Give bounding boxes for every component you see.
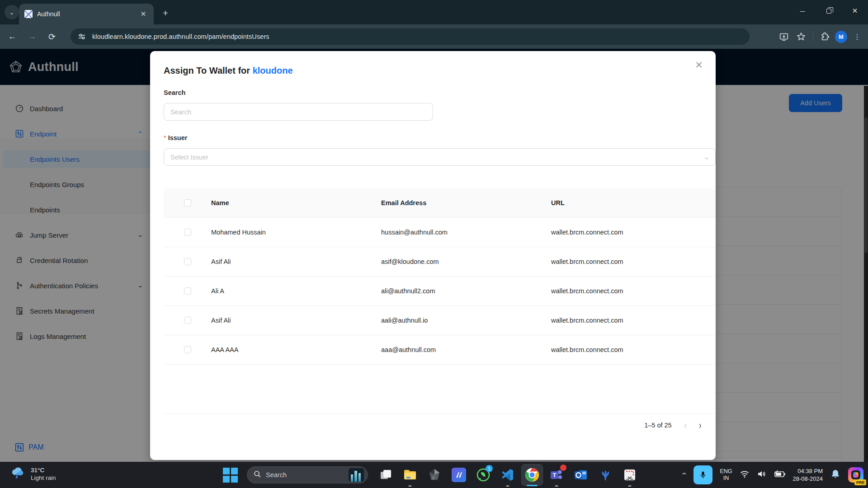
wifi-icon[interactable] — [740, 469, 750, 481]
select-chevron-down-icon: ⌄ — [703, 154, 710, 160]
required-asterisk: * — [164, 134, 166, 141]
hidden-icons-chevron[interactable]: ⌃ — [680, 472, 688, 479]
snipping-tool-icon[interactable] — [622, 467, 637, 483]
url-bar[interactable]: kloudlearn.kloudone.prod.authnull.com/pa… — [71, 28, 750, 45]
table-header-row: Name Email Address URL — [164, 188, 716, 218]
row-checkbox[interactable] — [184, 258, 191, 265]
table-row: Asif Ali asif@kloudone.com wallet.brcm.c… — [164, 247, 716, 277]
tab-title: Authnull — [37, 10, 134, 18]
modal-close-icon[interactable]: ✕ — [692, 58, 706, 72]
row-checkbox[interactable] — [184, 287, 191, 295]
whatsapp-icon[interactable]: 1 — [476, 467, 491, 483]
clock[interactable]: 04:38 PM 28-08-2024 — [793, 467, 823, 483]
search-icon — [254, 470, 261, 480]
window-controls: ─ ✕ — [789, 0, 868, 22]
vscode-icon[interactable] — [500, 467, 515, 483]
issuer-placeholder: Select Issuer — [170, 154, 208, 161]
browser-tabstrip: ⌄ Authnull ✕ + ─ ✕ — [0, 0, 868, 24]
browser-profile-avatar[interactable]: M — [835, 31, 847, 43]
modal-title: Assign To Wallet for kloudone — [164, 66, 293, 76]
toolbar-actions: M ⋮ — [777, 28, 864, 45]
task-view-icon[interactable] — [378, 467, 393, 483]
window-minimize-button[interactable]: ─ — [789, 0, 816, 22]
table-row: AAA AAA aaa@authnull.com wallet.brcm.con… — [164, 335, 716, 365]
outlook-icon[interactable] — [573, 467, 589, 483]
url-text: kloudlearn.kloudone.prod.authnull.com/pa… — [92, 33, 269, 40]
tray-date: 28-08-2024 — [793, 475, 823, 483]
language-indicator[interactable]: ENGIN — [720, 468, 732, 482]
search-input[interactable] — [164, 103, 433, 121]
weather-widget[interactable]: 31°C Light rain — [10, 465, 56, 483]
table-row: Mohamed Hussain hussain@authnull.com wal… — [164, 218, 716, 247]
teams-icon[interactable]: T — [549, 467, 564, 483]
table-row: Asif Ali aali@authnull.io wallet.brcm.co… — [164, 306, 716, 335]
assign-wallet-modal: ✕ Assign To Wallet for kloudone Search *… — [150, 51, 716, 460]
volume-icon[interactable] — [757, 469, 767, 481]
search-label: Search — [164, 89, 185, 96]
row-checkbox[interactable] — [184, 317, 191, 324]
m-gradient-app-icon[interactable] — [451, 467, 467, 483]
browser-toolbar: ← → ⟳ kloudlearn.kloudone.prod.authnull.… — [0, 24, 868, 49]
tab-favicon-icon — [24, 10, 33, 18]
svg-text:T: T — [553, 472, 557, 479]
bookmark-star-icon[interactable] — [794, 29, 808, 44]
system-tray: ⌃ ENGIN — [682, 462, 864, 488]
screen: ⌄ Authnull ✕ + ─ ✕ ← → ⟳ kloudlearn.klou… — [0, 0, 868, 488]
tab-search-chevron-icon[interactable]: ⌄ — [5, 5, 19, 19]
dark-prism-app-icon[interactable] — [427, 467, 442, 483]
table-row: Ali A ali@authnull2.com wallet.brcm.conn… — [164, 277, 716, 306]
column-url: URL — [551, 199, 565, 206]
copilot-icon[interactable]: PRE — [848, 467, 863, 483]
battery-icon[interactable] — [774, 469, 786, 481]
row-checkbox[interactable] — [184, 229, 191, 236]
teams-badge — [560, 465, 566, 471]
taskbar-app-icons: 1 — [378, 467, 637, 483]
forward-button[interactable]: → — [24, 29, 40, 44]
reload-button[interactable]: ⟳ — [44, 29, 60, 44]
install-app-icon[interactable] — [777, 29, 791, 44]
copilot-pre-badge: PRE — [854, 479, 866, 485]
voice-access-mic-icon[interactable] — [693, 465, 712, 484]
org-name: kloudone — [253, 66, 293, 75]
column-email: Email Address — [381, 199, 426, 206]
extensions-icon[interactable] — [818, 29, 832, 44]
column-name: Name — [211, 199, 229, 206]
back-button[interactable]: ← — [5, 29, 20, 44]
search-highlight-image[interactable] — [349, 468, 364, 482]
weather-condition: Light rain — [31, 474, 56, 482]
issuer-select[interactable]: Select Issuer ⌄ — [164, 148, 716, 166]
notification-bell-icon[interactable] — [830, 469, 841, 481]
taskbar: 31°C Light rain Search — [0, 462, 868, 488]
pagination-prev-icon[interactable]: ‹ — [684, 419, 687, 431]
chrome-icon[interactable] — [524, 467, 540, 483]
issuer-label: *Issuer — [164, 134, 187, 141]
weather-temp: 31°C — [31, 466, 56, 474]
wallet-users-table: Name Email Address URL Mohamed Hussain h… — [164, 188, 716, 365]
pagination-range: 1–5 of 25 — [644, 422, 671, 429]
browser-menu-icon[interactable]: ⋮ — [850, 29, 864, 44]
new-tab-button[interactable]: + — [159, 7, 172, 19]
coral-app-icon[interactable] — [598, 467, 613, 483]
file-explorer-icon[interactable] — [402, 467, 418, 483]
pagination-next-icon[interactable]: › — [699, 419, 701, 431]
row-checkbox[interactable] — [184, 346, 191, 353]
pagination: 1–5 of 25 ‹ › — [644, 422, 701, 429]
tab-close-icon[interactable]: ✕ — [138, 9, 148, 19]
whatsapp-badge: 1 — [486, 465, 493, 472]
window-close-button[interactable]: ✕ — [842, 0, 868, 22]
select-all-checkbox[interactable] — [184, 199, 191, 206]
weather-icon — [10, 465, 25, 483]
start-button[interactable] — [222, 467, 238, 483]
tray-time: 04:38 PM — [793, 467, 823, 475]
taskbar-search[interactable]: Search — [247, 466, 368, 483]
site-settings-icon[interactable] — [77, 32, 87, 42]
window-maximize-button[interactable] — [816, 0, 842, 22]
taskbar-search-placeholder: Search — [266, 471, 344, 479]
browser-tab[interactable]: Authnull ✕ — [19, 4, 154, 24]
pagination-divider — [164, 413, 716, 414]
